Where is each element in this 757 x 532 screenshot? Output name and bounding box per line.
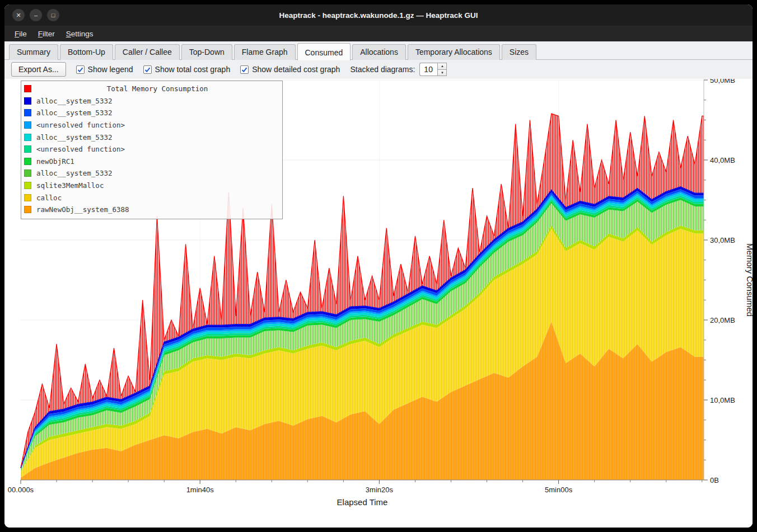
y-tick-label: 30,0MB [710, 236, 735, 244]
window-title: Heaptrack - heaptrack.wakunode.1.gz — He… [279, 11, 478, 20]
legend-item-label: sqlite3MemMalloc [36, 181, 104, 190]
legend-item-label: newObjRC1 [36, 157, 74, 166]
y-tick-label: 0B [710, 476, 719, 484]
legend-title: Total Memory Consumption [36, 84, 278, 93]
chart-legend: Total Memory Consumptionalloc__system_53… [21, 81, 283, 219]
checkbox-show-total-cost-graph[interactable]: Show total cost graph [143, 65, 231, 74]
legend-item: alloc__system_5332 [24, 107, 278, 119]
menu-settings[interactable]: Settings [60, 27, 99, 40]
y-tick-label: 40,0MB [710, 156, 735, 164]
legend-item: <unresolved function> [24, 143, 278, 156]
toolbar-checkboxes: Show legendShow total cost graphShow det… [76, 65, 340, 74]
window-controls: ✕ – □ [12, 9, 59, 21]
stacked-diagrams-increment[interactable]: ▲ [437, 63, 447, 70]
x-tick-label: 3min20s [366, 486, 394, 494]
checkbox-box [76, 65, 85, 74]
menu-bar: FileFilterSettings [4, 26, 753, 41]
legend-item-label: rawNewObj__system_6388 [36, 205, 129, 214]
tab-allocations[interactable]: Allocations [352, 44, 406, 60]
tab-bottom-up[interactable]: Bottom-Up [60, 44, 113, 60]
tab-temporary-allocations[interactable]: Temporary Allocations [408, 44, 500, 60]
checkbox-show-legend[interactable]: Show legend [76, 65, 133, 74]
x-tick-label: 00.000s [8, 486, 34, 494]
y-axis-title: Memory Consumed [745, 243, 753, 317]
y-tick-label: 20,0MB [710, 316, 735, 324]
checkbox-show-detailed-cost-graph[interactable]: Show detailed cost graph [240, 65, 340, 74]
legend-swatch [24, 194, 31, 201]
legend-item: newObjRC1 [24, 156, 278, 168]
check-icon [144, 67, 151, 73]
tab-caller-callee[interactable]: Caller / Callee [115, 44, 180, 60]
legend-item: sqlite3MemMalloc [24, 180, 278, 192]
y-tick-label: 10,0MB [710, 396, 735, 404]
minimize-button[interactable]: – [30, 9, 42, 21]
stacked-diagrams-label: Stacked diagrams: [350, 65, 415, 74]
legend-swatch [24, 109, 31, 116]
x-tick-label: 1min40s [186, 486, 214, 494]
check-icon [241, 67, 247, 73]
checkbox-box [240, 65, 249, 74]
legend-swatch [24, 121, 31, 129]
legend-item: alloc__system_5332 [24, 95, 278, 107]
app-window: ✕ – □ Heaptrack - heaptrack.wakunode.1.g… [4, 4, 753, 528]
menu-filter[interactable]: Filter [32, 27, 60, 40]
legend-item: alloc__system_5332 [24, 167, 278, 180]
stacked-diagrams-group: Stacked diagrams: 10 ▲ ▼ [350, 63, 447, 76]
legend-title-row: Total Memory Consumption [24, 83, 278, 95]
legend-item-label: <unresolved function> [36, 121, 125, 129]
tab-bar: SummaryBottom-UpCaller / CalleeTop-DownF… [4, 41, 753, 60]
menu-file[interactable]: File [9, 27, 32, 40]
title-bar[interactable]: ✕ – □ Heaptrack - heaptrack.wakunode.1.g… [4, 4, 753, 26]
tab-flame-graph[interactable]: Flame Graph [234, 44, 296, 60]
legend-swatch [24, 206, 31, 213]
stacked-diagrams-spinbox[interactable]: 10 ▲ ▼ [419, 63, 447, 76]
legend-item: rawNewObj__system_6388 [24, 204, 278, 216]
legend-item-label: calloc [36, 194, 62, 202]
checkbox-label: Show detailed cost graph [252, 65, 340, 74]
legend-swatch [24, 134, 31, 141]
legend-swatch [24, 85, 31, 92]
legend-item: calloc [24, 191, 278, 204]
x-axis-title: Elapsed Time [337, 497, 388, 507]
x-tick-label: 5min00s [545, 486, 573, 494]
check-icon [77, 67, 83, 73]
stacked-diagrams-steppers: ▲ ▼ [437, 63, 447, 76]
legend-item-label: <unresolved function> [36, 145, 125, 153]
toolbar: Export As... Show legendShow total cost … [4, 60, 753, 79]
stacked-diagrams-decrement[interactable]: ▼ [437, 70, 447, 77]
stacked-diagrams-value[interactable]: 10 [419, 63, 437, 76]
tab-sizes[interactable]: Sizes [502, 44, 536, 60]
tab-consumed[interactable]: Consumed [297, 43, 351, 60]
tab-summary[interactable]: Summary [9, 44, 58, 60]
tab-top-down[interactable]: Top-Down [181, 44, 232, 60]
legend-item: <unresolved function> [24, 119, 278, 131]
maximize-button[interactable]: □ [47, 9, 59, 21]
export-as-button[interactable]: Export As... [11, 62, 66, 77]
stacked-bands [21, 187, 704, 480]
checkbox-label: Show total cost graph [155, 65, 231, 74]
legend-item: alloc__system_5332 [24, 131, 278, 143]
checkbox-label: Show legend [88, 65, 133, 74]
legend-swatch [24, 158, 31, 165]
checkbox-box [143, 65, 152, 74]
legend-swatch [24, 97, 31, 105]
chart-region: 00.000s1min40s3min20s5min00s0B10,0MB20,0… [4, 79, 753, 528]
legend-item-label: alloc__system_5332 [36, 169, 112, 177]
legend-item-label: alloc__system_5332 [36, 109, 112, 117]
legend-swatch [24, 145, 31, 153]
y-tick-label: 50,0MB [710, 79, 735, 84]
close-button[interactable]: ✕ [12, 9, 25, 21]
legend-swatch [24, 182, 31, 189]
legend-swatch [24, 170, 31, 177]
legend-item-label: alloc__system_5332 [36, 133, 112, 142]
legend-item-label: alloc__system_5332 [36, 97, 112, 105]
